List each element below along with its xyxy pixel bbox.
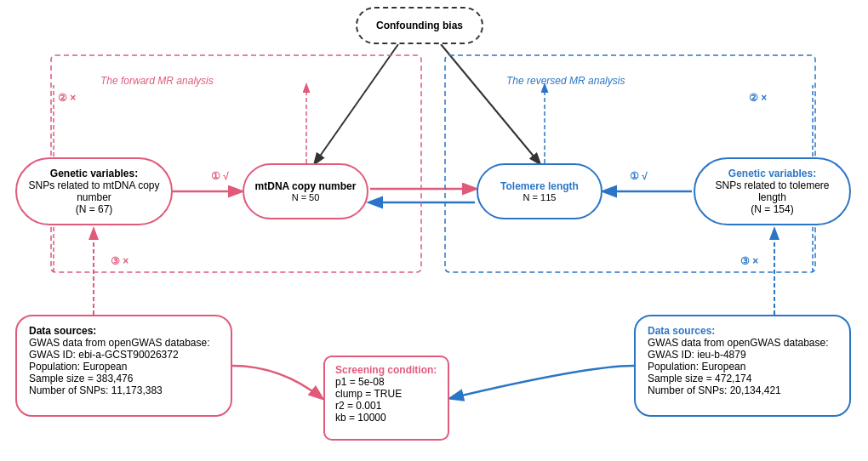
data-sources-left-title: Data sources: [29, 325, 219, 337]
gen-var-left-node: Genetic variables: SNPs related to mtDNA… [15, 157, 173, 225]
data-sources-right-line2: GWAS ID: ieu-b-4879 [648, 349, 837, 361]
annotation-cross2-left: ② × [58, 92, 76, 104]
telomere-node: Tolemere length N = 115 [477, 163, 602, 219]
svg-line-0 [315, 44, 398, 163]
confounding-bias-node: Confounding bias [356, 7, 483, 44]
data-sources-left-line2: GWAS ID: ebi-a-GCST90026372 [29, 349, 219, 361]
data-sources-right-line3: Population: European [648, 361, 837, 373]
data-sources-left-line1: GWAS data from openGWAS database: [29, 337, 219, 349]
screening-line2: clump = TRUE [335, 388, 437, 400]
screening-box: Screening condition: p1 = 5e-08 clump = … [323, 356, 449, 441]
gen-var-left-desc: SNPs related to mtDNA copy number [24, 179, 164, 203]
gen-var-left-n: (N = 67) [76, 203, 113, 215]
gen-var-right-desc: SNPs related to tolemere length [702, 179, 842, 203]
data-sources-left-node: Data sources: GWAS data from openGWAS da… [15, 315, 232, 417]
annotation-cross3-right: ③ × [740, 255, 758, 267]
mtdna-node: mtDNA copy number N = 50 [243, 163, 368, 219]
data-sources-right-node: Data sources: GWAS data from openGWAS da… [634, 315, 851, 417]
gen-var-left-title: Genetic variables: [50, 168, 138, 179]
screening-line1: p1 = 5e-08 [335, 376, 437, 388]
data-sources-right-line5: Number of SNPs: 20,134,421 [648, 384, 837, 396]
annotation-cross3-left: ③ × [111, 255, 128, 267]
diagram: Confounding bias The forward MR analysis… [0, 0, 868, 461]
gen-var-right-n: (N = 154) [751, 203, 793, 215]
screening-title: Screening condition: [335, 364, 437, 376]
data-sources-left-line5: Number of SNPs: 11,173,383 [29, 384, 219, 396]
screening-line4: kb = 10000 [335, 412, 437, 424]
svg-line-1 [441, 44, 540, 163]
data-sources-left-line4: Sample size = 383,476 [29, 373, 219, 384]
mtdna-label: mtDNA copy number [255, 180, 357, 192]
annotation-check1-left: ① √ [211, 170, 229, 182]
telomere-label: Tolemere length [500, 180, 579, 192]
gen-var-right-node: Genetic variables: SNPs related to tolem… [694, 157, 851, 225]
data-sources-right-title: Data sources: [648, 325, 837, 337]
annotation-check1-right: ① √ [630, 170, 648, 182]
mtdna-n: N = 50 [292, 192, 320, 202]
data-sources-right-line4: Sample size = 472,174 [648, 373, 837, 384]
data-sources-left-line3: Population: European [29, 361, 219, 373]
gen-var-right-title: Genetic variables: [728, 168, 816, 179]
telomere-n: N = 115 [523, 192, 557, 202]
annotation-cross2-right: ② × [749, 92, 767, 104]
screening-line3: r2 = 0.001 [335, 400, 437, 412]
confounding-bias-label: Confounding bias [376, 20, 463, 31]
data-sources-right-line1: GWAS data from openGWAS database: [648, 337, 837, 349]
